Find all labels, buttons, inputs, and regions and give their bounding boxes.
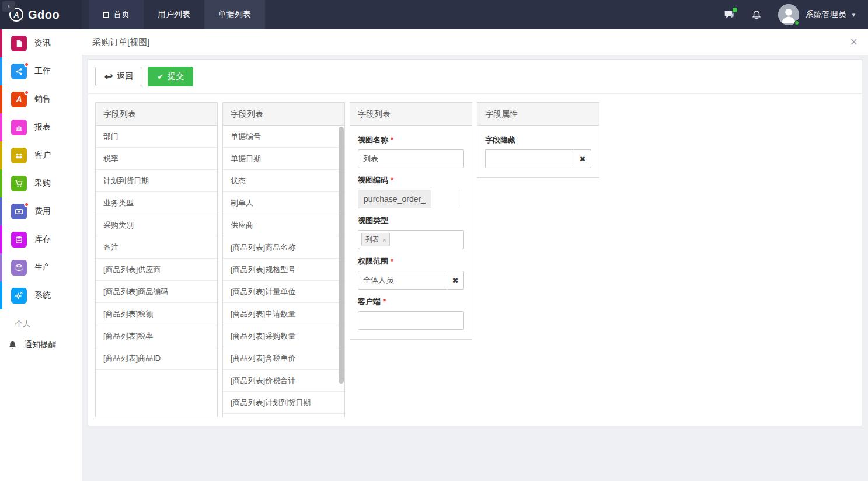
- user-online-dot: [794, 20, 799, 25]
- submit-button[interactable]: ✔ 提交: [148, 67, 193, 86]
- field-list-item[interactable]: [商品列表]商品编码: [96, 281, 217, 303]
- sidebar-item-5[interactable]: 客户: [0, 141, 82, 169]
- field-list-item[interactable]: 单据日期: [223, 148, 344, 170]
- top-navbar: ‹ A Gdoo 首页用户列表单据列表 系统管理员 ▾: [0, 0, 868, 29]
- nav-tab-3[interactable]: 单据列表: [204, 0, 265, 29]
- permission-group: ✖: [358, 271, 464, 290]
- field-list-item[interactable]: [商品列表]规格型号: [223, 259, 344, 281]
- view-code-input[interactable]: [431, 190, 458, 208]
- sidebar-item-10[interactable]: 系统: [0, 281, 82, 309]
- bell-icon[interactable]: [751, 9, 762, 20]
- sidebar-item-2[interactable]: 工作: [0, 57, 82, 85]
- sidebar-item-notifications[interactable]: 通知提醒: [0, 334, 82, 356]
- page-title: 采购订单[视图]: [92, 37, 149, 48]
- sidebar-item-1[interactable]: 资讯: [0, 29, 82, 57]
- sidebar-item-8[interactable]: 库存: [0, 225, 82, 253]
- user-name: 系统管理员: [805, 9, 846, 20]
- field-list-item[interactable]: [商品列表]税率: [96, 325, 217, 347]
- sidebar-item-label: 资讯: [34, 38, 51, 48]
- permission-input[interactable]: [358, 271, 447, 290]
- sidebar-item-label: 采购: [34, 178, 51, 189]
- sidebar-item-label: 销售: [34, 94, 51, 104]
- sidebar-item-3[interactable]: A销售: [0, 85, 82, 113]
- field-hidden-input[interactable]: [485, 149, 574, 168]
- panel-title: 字段列表: [223, 103, 344, 126]
- sidebar-item-9[interactable]: 生产: [0, 253, 82, 281]
- field-list-item[interactable]: 单据编号: [223, 126, 344, 148]
- scrollbar[interactable]: [339, 127, 344, 415]
- nav-tab-label: 首页: [113, 9, 130, 20]
- field-list-item[interactable]: [商品列表]申请数量: [223, 303, 344, 325]
- field-list-item[interactable]: 供应商: [223, 214, 344, 236]
- sidebar-item-7[interactable]: 费用: [0, 197, 82, 225]
- field-list-item[interactable]: 采购类别: [96, 214, 217, 236]
- client-input[interactable]: [358, 311, 464, 330]
- cube-icon: [11, 260, 27, 276]
- main-area: 采购订单[视图] × ↩ 返回 ✔ 提交 字段列表 部门税率计划到货日期业务类型…: [82, 29, 868, 481]
- clear-icon[interactable]: ✖: [574, 149, 591, 168]
- field-list-item[interactable]: 制单人: [223, 192, 344, 214]
- view-code-prefix: purchase_order_: [358, 190, 431, 208]
- sidebar-item-label: 工作: [34, 66, 51, 76]
- view-type-label: 视图类型: [358, 215, 464, 226]
- field-list-panel-1: 字段列表 部门税率计划到货日期业务类型采购类别备注[商品列表]供应商[商品列表]…: [95, 102, 218, 417]
- field-list-item[interactable]: [商品列表]含税单价: [223, 347, 344, 370]
- view-type-tag: 列表 ×: [361, 233, 390, 246]
- permission-label: 权限范围*: [358, 256, 464, 267]
- view-type-select[interactable]: 列表 ×: [358, 230, 464, 249]
- bell-icon: [8, 340, 18, 350]
- props-body: 字段隐藏 ✖: [477, 126, 599, 177]
- field-list-item[interactable]: [商品列表]供应商: [96, 259, 217, 281]
- panel-title: 字段属性: [477, 103, 599, 126]
- toolbar: ↩ 返回 ✔ 提交: [88, 60, 862, 94]
- sidebar-item-label: 费用: [34, 206, 51, 217]
- nav-tab-1[interactable]: 首页: [89, 0, 144, 29]
- sidebar-section-personal: 个人: [0, 309, 82, 334]
- view-name-input[interactable]: [358, 149, 464, 168]
- sidebar-item-label: 库存: [34, 234, 51, 245]
- notification-badge-dot: [24, 202, 29, 207]
- panel-title: 字段列表: [350, 103, 472, 126]
- field-list-item[interactable]: 税率: [96, 148, 217, 170]
- view-name-label: 视图名称*: [358, 135, 464, 145]
- view-code-label: 视图编码*: [358, 175, 464, 186]
- field-list-item[interactable]: [商品列表]计量单位: [223, 281, 344, 303]
- field-list-item[interactable]: [商品列表]价税合计: [223, 370, 344, 392]
- view-form-panel: 字段列表 视图名称* 视图编码* purchase_order_: [350, 102, 472, 340]
- scrollbar-thumb[interactable]: [339, 127, 344, 384]
- user-avatar: [778, 4, 799, 25]
- back-button[interactable]: ↩ 返回: [95, 67, 142, 86]
- field-hidden-label: 字段隐藏: [485, 135, 591, 145]
- field-list-item[interactable]: [商品列表]采购数量: [223, 325, 344, 347]
- view-form-body: 视图名称* 视图编码* purchase_order_ 视图类型: [350, 126, 472, 339]
- clear-icon[interactable]: ✖: [447, 271, 464, 290]
- notification-badge-dot: [24, 90, 29, 95]
- field-list-item[interactable]: [商品列表]商品名称: [223, 236, 344, 259]
- field-list-item[interactable]: [商品列表]商品ID: [96, 347, 217, 370]
- user-menu[interactable]: 系统管理员 ▾: [778, 4, 855, 25]
- field-list-item[interactable]: [商品列表]税额: [96, 303, 217, 325]
- field-list-item[interactable]: 备注: [96, 236, 217, 259]
- sidebar-collapse-icon[interactable]: ‹: [2, 1, 15, 12]
- chat-icon[interactable]: [723, 9, 735, 20]
- database-icon: [11, 232, 27, 248]
- nav-tab-2[interactable]: 用户列表: [144, 0, 204, 29]
- tag-close-icon[interactable]: ×: [382, 236, 386, 243]
- field-props-panel: 字段属性 字段隐藏 ✖: [477, 102, 599, 178]
- field-list-item[interactable]: 状态: [223, 170, 344, 192]
- notification-badge-dot: [24, 62, 29, 67]
- chevron-down-icon: ▾: [852, 11, 855, 19]
- field-list-item[interactable]: 计划到货日期: [96, 170, 217, 192]
- nav-tab-label: 用户列表: [158, 9, 190, 20]
- field-list-item[interactable]: 业务类型: [96, 192, 217, 214]
- close-icon[interactable]: ×: [850, 36, 857, 48]
- field-list-item[interactable]: 部门: [96, 126, 217, 148]
- customers-icon: [11, 148, 27, 163]
- navbar-right: 系统管理员 ▾: [723, 0, 868, 29]
- sidebar-item-label: 通知提醒: [24, 340, 57, 350]
- sidebar-item-4[interactable]: 报表: [0, 113, 82, 141]
- check-icon: ✔: [157, 72, 163, 81]
- sidebar-item-label: 生产: [34, 262, 51, 273]
- sidebar-item-6[interactable]: 采购: [0, 169, 82, 197]
- field-list-item[interactable]: [商品列表]计划到货日期: [223, 392, 344, 414]
